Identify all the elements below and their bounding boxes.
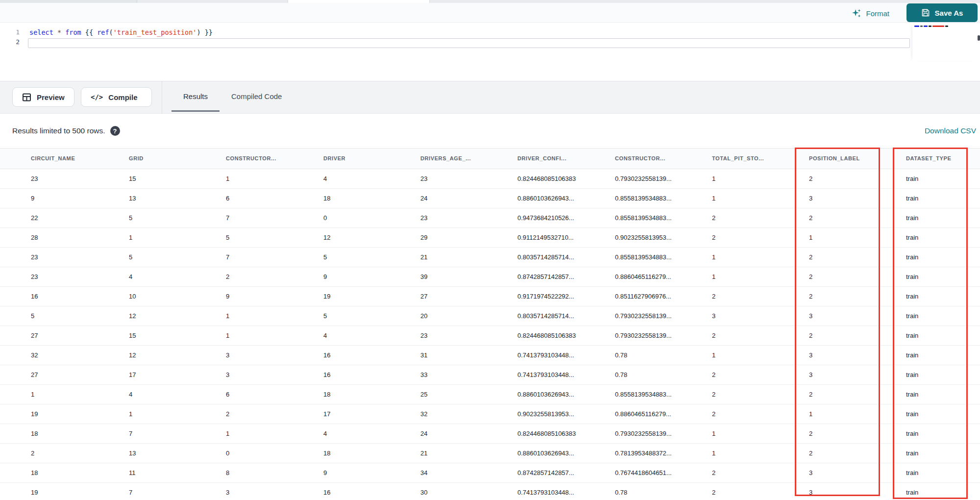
help-icon[interactable]: ? (110, 126, 120, 136)
table-row: 22570230.9473684210526...0.8558139534883… (0, 208, 980, 228)
table-cell: 9 (293, 267, 390, 286)
table-row: 18714240.8244680851063830.7930232558139.… (0, 424, 980, 444)
column-header: CIRCUIT_NAME (0, 149, 98, 169)
table-cell: 10 (98, 287, 195, 306)
table-cell: 0 (293, 208, 390, 227)
table-cell: 0.8035714285714... (487, 248, 584, 267)
table-cell: 24 (390, 189, 487, 208)
download-csv-link[interactable]: Download CSV (925, 126, 976, 135)
table-cell: 23 (0, 169, 98, 188)
table-cell: 9 (0, 189, 98, 208)
column-header: CONSTRUCTOR... (584, 149, 681, 169)
table-row: 23575210.8035714285714...0.8558139534883… (0, 248, 980, 267)
table-cell: 4 (293, 169, 390, 188)
table-cell: 7 (195, 208, 293, 227)
format-button[interactable]: Format (852, 7, 889, 20)
table-cell: 0.8860465116279... (584, 404, 681, 424)
table-cell: train (875, 365, 980, 384)
save-icon (921, 8, 930, 17)
table-cell: 23 (390, 326, 487, 345)
table-cell: 0.8860103626943... (487, 444, 584, 463)
table-cell: 28 (0, 228, 98, 247)
table-cell: 32 (390, 404, 487, 424)
table-cell: train (875, 463, 980, 482)
table-cell: 0.8558139534883... (584, 189, 681, 208)
table-row: 1610919270.9171974522292...0.85116279069… (0, 287, 980, 306)
table-cell: 0.8742857142857... (487, 463, 584, 482)
table-cell: 27 (0, 365, 98, 384)
table-cell: train (875, 424, 980, 443)
table-cell: 0.9023255813953... (487, 404, 584, 424)
table-cell: train (875, 346, 980, 365)
code-lines[interactable]: select * from {{ ref('train_test_positio… (29, 27, 909, 47)
table-cell: 16 (293, 483, 390, 500)
preview-button[interactable]: Preview (12, 87, 74, 107)
table-cell: 0.7674418604651... (584, 463, 681, 482)
code-line (29, 37, 909, 47)
code-icon: </> (91, 93, 103, 101)
compile-button[interactable]: </> Compile (81, 87, 152, 107)
sql-code-editor[interactable]: 12 select * from {{ ref('train_test_posi… (0, 23, 980, 81)
editor-minimap[interactable] (912, 24, 978, 61)
table-cell: 2 (195, 267, 293, 286)
table-cell: 0.8558139534883... (584, 208, 681, 227)
table-cell: 2 (681, 326, 778, 345)
table-cell: 1 (195, 169, 293, 188)
code-token: 'train_test_position' (113, 28, 197, 36)
table-cell: train (875, 306, 980, 325)
table-cell: 4 (293, 424, 390, 443)
save-as-label: Save As (935, 9, 963, 17)
table-cell: 0.824468085106383 (487, 169, 584, 188)
table-cell: 2 (778, 287, 875, 306)
table-cell: 23 (390, 208, 487, 227)
table-cell: 18 (293, 444, 390, 463)
table-cell: train (875, 189, 980, 208)
table-cell: 31 (390, 346, 487, 365)
table-cell: 1 (681, 248, 778, 267)
results-tabs: ResultsCompiled Code (172, 81, 294, 114)
table-cell: 1 (195, 326, 293, 345)
table-cell: 9 (293, 463, 390, 482)
table-cell: 18 (0, 424, 98, 443)
table-cell: train (875, 385, 980, 404)
table-cell: 4 (98, 385, 195, 404)
table-cell: train (875, 169, 980, 188)
table-cell: 18 (293, 385, 390, 404)
table-cell: 0.8860465116279... (584, 267, 681, 286)
table-cell: 2 (681, 385, 778, 404)
table-cell: train (875, 404, 980, 424)
table-cell: train (875, 248, 980, 267)
line-number-gutter: 12 (0, 27, 20, 47)
table-cell: 1 (195, 424, 293, 443)
table-cell: 23 (390, 169, 487, 188)
table-cell: 3 (778, 365, 875, 384)
table-row: 913618240.8860103626943...0.855813953488… (0, 189, 980, 208)
editor-scrollbar-thumb[interactable] (978, 35, 980, 41)
table-cell: 15 (98, 326, 195, 345)
table-cell: 0.7930232558139... (584, 326, 681, 345)
table-cell: 2 (681, 404, 778, 424)
table-cell: 6 (195, 385, 293, 404)
table-grid-icon (22, 93, 31, 102)
preview-label: Preview (37, 93, 65, 101)
table-cell: 2 (681, 365, 778, 384)
tab-results[interactable]: Results (172, 81, 220, 114)
table-cell: 5 (0, 306, 98, 325)
table-cell: 2 (0, 444, 98, 463)
results-limit-info: Results limited to 500 rows. ? (12, 126, 120, 136)
table-row: 23429390.8742857142857...0.8860465116279… (0, 267, 980, 287)
table-cell: 1 (681, 189, 778, 208)
table-cell: train (875, 208, 980, 227)
tab-compiled-code[interactable]: Compiled Code (220, 81, 294, 114)
code-line: select * from {{ ref('train_test_positio… (29, 27, 909, 37)
table-cell: 16 (293, 346, 390, 365)
table-cell: 3 (195, 483, 293, 500)
table-cell: 24 (390, 424, 487, 443)
table-cell: 0 (195, 444, 293, 463)
table-cell: 3 (778, 346, 875, 365)
table-header-row: CIRCUIT_NAMEGRIDCONSTRUCTOR...DRIVERDRIV… (0, 148, 980, 169)
sparkles-icon (852, 8, 861, 18)
save-as-button[interactable]: Save As (906, 3, 978, 22)
table-cell: 6 (195, 189, 293, 208)
column-header: DRIVER_CONFI... (487, 149, 584, 169)
